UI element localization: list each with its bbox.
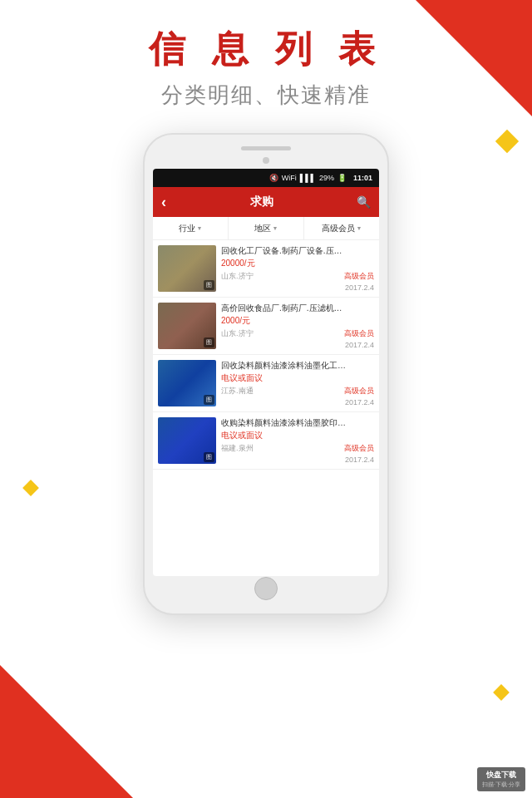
item-image: 图 — [158, 245, 216, 292]
home-button[interactable] — [254, 577, 278, 600]
list-item[interactable]: 图 回收染料颜料油漆涂料油墨化工… 电议或面议 江苏.南通 高级会员 2017.… — [153, 355, 379, 412]
item-meta: 山东.济宁 高级会员 — [221, 271, 374, 282]
item-price: 电议或面议 — [221, 430, 374, 441]
item-content: 高价回收食品厂.制药厂.压滤机… 2000/元 山东.济宁 高级会员 2017.… — [221, 303, 374, 349]
phone-speaker — [241, 146, 291, 150]
filter-region-arrow: ▼ — [273, 225, 278, 231]
watermark-sub: 扫描·下载·分享 — [482, 781, 520, 789]
item-price: 20000/元 — [221, 258, 374, 269]
filter-vip-arrow: ▼ — [357, 225, 362, 231]
item-price: 电议或面议 — [221, 372, 374, 384]
filter-vip[interactable]: 高级会员 ▼ — [304, 217, 379, 239]
item-image: 图 — [158, 303, 216, 349]
list-container: 图 回收化工厂设备.制药厂设备.压… 20000/元 山东.济宁 高级会员 20… — [153, 240, 379, 470]
img-badge: 图 — [204, 395, 214, 405]
filter-bar: 行业 ▼ 地区 ▼ 高级会员 ▼ — [153, 217, 379, 240]
item-price: 2000/元 — [221, 315, 374, 327]
item-meta: 福建.泉州 高级会员 — [221, 443, 374, 454]
list-item[interactable]: 图 回收化工厂设备.制药厂设备.压… 20000/元 山东.济宁 高级会员 20… — [153, 240, 379, 298]
item-location: 山东.济宁 — [221, 328, 254, 339]
item-title: 回收染料颜料油漆涂料油墨化工… — [221, 360, 374, 371]
item-vip: 高级会员 — [344, 386, 374, 397]
img-badge: 图 — [204, 452, 214, 462]
item-location: 福建.泉州 — [221, 443, 254, 454]
filter-industry[interactable]: 行业 ▼ — [153, 217, 229, 239]
item-date: 2017.2.4 — [345, 398, 374, 406]
sub-title: 分类明细、快速精准 — [0, 81, 532, 110]
item-image: 图 — [158, 360, 216, 406]
item-title: 收购染料颜料油漆涂料油墨胶印… — [221, 417, 374, 428]
item-date-row: 2017.2.4 — [221, 398, 374, 406]
filter-region-label: 地区 — [254, 223, 271, 234]
app-header: ‹ 求购 🔍 — [153, 187, 379, 217]
filter-region[interactable]: 地区 ▼ — [229, 217, 304, 239]
search-button[interactable]: 🔍 — [357, 195, 371, 209]
item-location: 江苏.南通 — [221, 386, 254, 397]
item-date: 2017.2.4 — [345, 283, 374, 292]
filter-industry-arrow: ▼ — [197, 225, 203, 231]
item-date: 2017.2.4 — [345, 341, 374, 349]
status-bar: 🔇 WiFi ▌▌▌ 29% 🔋 11:01 — [153, 169, 379, 187]
img-badge: 图 — [204, 280, 214, 290]
status-volume-icon: 🔇 — [269, 174, 278, 182]
item-vip: 高级会员 — [344, 328, 374, 339]
item-location: 山东.济宁 — [221, 271, 254, 282]
watermark: 快盘下载 扫描·下载·分享 — [477, 767, 525, 791]
item-date-row: 2017.2.4 — [221, 341, 374, 349]
item-date: 2017.2.4 — [345, 456, 374, 464]
filter-industry-label: 行业 — [179, 223, 195, 234]
item-content: 回收染料颜料油漆涂料油墨化工… 电议或面议 江苏.南通 高级会员 2017.2.… — [221, 360, 374, 406]
phone-mockup: 🔇 WiFi ▌▌▌ 29% 🔋 11:01 ‹ 求购 🔍 行业 ▼ — [143, 133, 389, 615]
back-button[interactable]: ‹ — [161, 194, 166, 211]
status-time: 11:01 — [353, 174, 372, 182]
phone-bottom — [153, 581, 379, 596]
watermark-logo: 快盘下载 — [486, 770, 516, 781]
main-title: 信 息 列 表 — [0, 25, 532, 74]
list-item[interactable]: 图 收购染料颜料油漆涂料油墨胶印… 电议或面议 福建.泉州 高级会员 2017.… — [153, 412, 379, 470]
app-title: 求购 — [250, 195, 273, 209]
item-title: 高价回收食品厂.制药厂.压滤机… — [221, 303, 374, 313]
title-area: 信 息 列 表 分类明细、快速精准 — [0, 25, 532, 110]
list-item[interactable]: 图 高价回收食品厂.制药厂.压滤机… 2000/元 山东.济宁 高级会员 201… — [153, 298, 379, 355]
item-meta: 江苏.南通 高级会员 — [221, 386, 374, 397]
item-title: 回收化工厂设备.制药厂设备.压… — [221, 245, 374, 256]
deco-triangle-bottom-left — [0, 665, 133, 798]
status-wifi-icon: WiFi — [282, 174, 297, 182]
item-content: 收购染料颜料油漆涂料油墨胶印… 电议或面议 福建.泉州 高级会员 2017.2.… — [221, 417, 374, 464]
item-meta: 山东.济宁 高级会员 — [221, 328, 374, 339]
phone-body: 🔇 WiFi ▌▌▌ 29% 🔋 11:01 ‹ 求购 🔍 行业 ▼ — [143, 133, 389, 615]
phone-camera — [263, 157, 269, 164]
phone-screen: 🔇 WiFi ▌▌▌ 29% 🔋 11:01 ‹ 求购 🔍 行业 ▼ — [153, 169, 379, 576]
status-battery: 29% — [319, 174, 334, 182]
img-badge: 图 — [204, 337, 214, 347]
item-vip: 高级会员 — [344, 443, 374, 454]
status-signal-icon: ▌▌▌ — [300, 174, 316, 182]
item-date-row: 2017.2.4 — [221, 283, 374, 292]
item-date-row: 2017.2.4 — [221, 456, 374, 464]
item-vip: 高级会员 — [344, 271, 374, 282]
item-content: 回收化工厂设备.制药厂设备.压… 20000/元 山东.济宁 高级会员 2017… — [221, 245, 374, 292]
item-image: 图 — [158, 417, 216, 464]
battery-icon: 🔋 — [337, 174, 347, 182]
filter-vip-label: 高级会员 — [322, 223, 355, 234]
